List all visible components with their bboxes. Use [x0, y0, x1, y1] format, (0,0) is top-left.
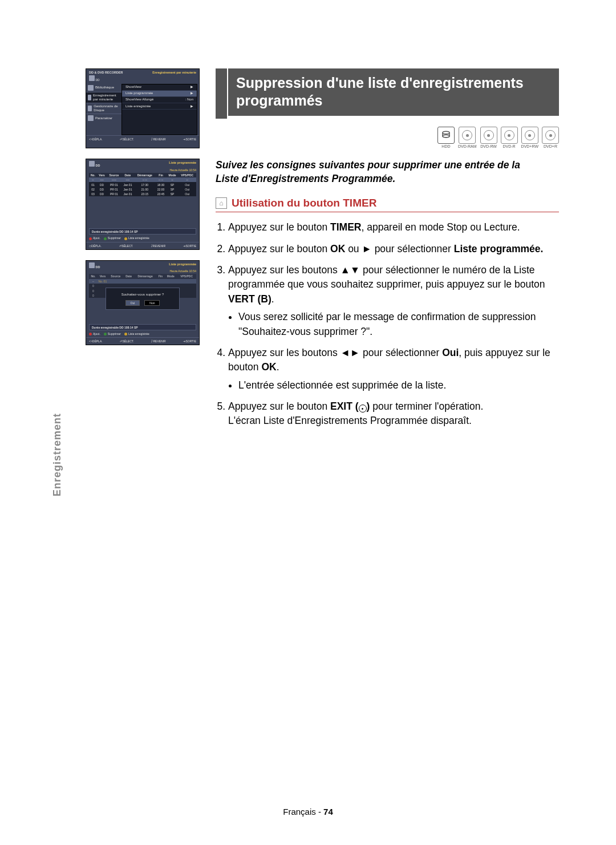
cell: 23:15 — [134, 192, 155, 196]
intro-line: Suivez les consignes suivantes pour supp… — [216, 159, 520, 171]
disc-label: DVD+RW — [521, 144, 538, 148]
cell: Oui — [178, 182, 196, 187]
footer-hint: ⇥SORTIE — [183, 138, 196, 141]
text: ou ► pour sélectionner — [345, 243, 453, 254]
footer-hint: ⏎SÉLECT. — [119, 244, 133, 248]
confirm-yes-button: Oui — [125, 300, 140, 306]
table-row: 02DDPR 01Jan 0121:0022:00SPOui — [89, 187, 196, 192]
footer-hint: ⤴REVENIR — [151, 339, 165, 343]
dvd-ram-icon: DVD-RAM — [458, 127, 477, 148]
confirm-dialog: Souhaitez-vous supprimer ? Oui Non — [106, 288, 180, 310]
settings-icon — [88, 115, 94, 121]
title-block: Suppression d'une liste d'enregistrement… — [216, 68, 559, 119]
action-label: Ajout. — [93, 332, 100, 335]
cell: Jan 01 — [121, 192, 135, 196]
osd-confirm-delete: DDListe programmée Heure Actuelle 10:54 … — [86, 260, 200, 346]
text: . — [271, 293, 274, 305]
step-3: Appuyez sur les boutons ▲▼ pour sélectio… — [228, 263, 559, 339]
confirm-question: Souhaitez-vous supprimer ? — [110, 293, 176, 297]
supported-media-row: HDD DVD-RAM DVD-RW DVD-R DVD+RW DVD+R — [216, 127, 559, 148]
cell: 02 — [89, 187, 97, 192]
disc-label: HDD — [441, 144, 450, 148]
col-start: Démarrage — [134, 274, 156, 278]
menu-item: Enregistrement par minuterie — [93, 94, 120, 102]
col-vers: Vers — [97, 173, 107, 177]
col-vps: VPS/PDC — [177, 274, 196, 278]
section-heading-text: Utilisation du bouton TIMER — [232, 197, 376, 209]
footer-hint: ⏎SÉLECT. — [120, 138, 133, 141]
submenu-label: Liste enregistrée — [125, 104, 151, 108]
col-mode: Mode — [167, 173, 178, 177]
cell: -- -- — [155, 177, 167, 182]
col-date: Date — [123, 274, 134, 278]
red-dot-icon — [89, 237, 92, 240]
action-label: Liste enregistrée — [128, 332, 149, 335]
osd-column: DD & DVD RECORDER Enregistrement par min… — [86, 68, 200, 435]
submenu-arrow: ▶ — [191, 85, 193, 89]
text: Appuyez sur le bouton — [228, 221, 330, 233]
osd3-title: Liste programmée — [169, 262, 196, 269]
action-label: Supprimer — [108, 236, 121, 240]
page-footer: Français - 74 — [0, 807, 616, 816]
osd1-title-right: Enregistrement par minuterie — [152, 71, 196, 75]
footer-hint: ◇DÉPLA. — [89, 244, 102, 248]
col-no: No. — [89, 173, 97, 177]
step-1: Appuyez sur le bouton TIMER, appareil en… — [228, 220, 559, 235]
footer-hint: ⤴REVENIR — [151, 138, 165, 141]
cell: PR 01 — [107, 192, 121, 196]
osd1-title-left: DD & DVD RECORDER — [89, 71, 123, 75]
osd3-dd: DD — [96, 265, 100, 269]
footer-hint: ⏎SÉLECT. — [120, 339, 133, 343]
cell: ----- — [107, 177, 121, 182]
instruction-list: Appuyez sur le bouton TIMER, appareil en… — [216, 220, 559, 428]
disc-icon — [89, 75, 95, 81]
menu-item: Gestionnaire de Disque — [94, 104, 120, 112]
dvd-plus-r-icon: DVD+R — [542, 127, 559, 148]
table-row: ----------------- ---- ------ — [89, 177, 196, 182]
intro-paragraph: Suivez les consignes suivantes pour supp… — [216, 159, 559, 185]
submenu-label: ShowView Allongé — [125, 98, 153, 102]
col-end: Fin — [155, 173, 167, 177]
cell: SP — [167, 192, 178, 196]
manual-page: Enregistrement DD & DVD RECORDER Enregis… — [0, 0, 616, 845]
col-date: Date — [121, 173, 135, 177]
osd1-left-menu: Bibliothèque Enregistrement par minuteri… — [86, 84, 121, 135]
cell: ---- — [121, 177, 135, 182]
cell: 01 — [89, 182, 97, 187]
text: Appuyez sur le bouton — [228, 401, 330, 412]
table-row: 03DDPR 01Jan 0123:1523:45SPOui — [89, 192, 196, 196]
submenu-arrow: ▶ — [191, 91, 193, 95]
osd3-duration: Durée enregistrable DD 108:14 SP — [89, 324, 196, 330]
osd3-actions: Ajout. Supprimer Liste enregistrée — [86, 331, 199, 337]
cell: 0 — [89, 284, 98, 288]
cell: SP — [167, 187, 178, 192]
footer-language: Français - — [283, 807, 323, 816]
cell: 0 — [89, 288, 98, 293]
bold-text: Liste programmée. — [454, 243, 544, 254]
remote-icon: ⌂ — [216, 197, 227, 209]
menu-item: Bibliothèque — [95, 86, 114, 90]
step-2: Appuyez sur le bouton OK ou ► pour sélec… — [228, 242, 559, 256]
cell: -- — [167, 177, 178, 182]
disc-icon — [89, 262, 95, 268]
text: Appuyez sur le bouton — [228, 243, 330, 254]
cell: DD — [97, 187, 107, 192]
confirm-no-button: Non — [144, 300, 160, 306]
cell: 23:45 — [155, 192, 167, 196]
osd-scheduled-list: DDListe programmée Heure Actuelle 10:54 … — [86, 159, 200, 250]
dvd-rw-icon: DVD-RW — [480, 127, 497, 148]
cell: 21:00 — [134, 187, 155, 192]
osd2-clock: Heure Actuelle 10:54 — [86, 168, 199, 173]
bold-text: Oui — [442, 347, 459, 358]
section-heading: ⌂ Utilisation du bouton TIMER — [216, 197, 559, 212]
step-4-bullet: L'entrée sélectionnée est supprimée de l… — [238, 378, 559, 393]
yellow-dot-icon — [124, 237, 127, 240]
col-source: Source — [107, 173, 121, 177]
exit-icon: • — [359, 405, 367, 413]
cell: DD — [97, 182, 107, 187]
disc-label: DVD-R — [503, 144, 516, 148]
osd2-duration: Durée enregistrable DD 108:14 SP — [89, 228, 196, 235]
osd2-footer: ◇DÉPLA. ⏎SÉLECT. ⤴REVENIR ⇥SORTIE — [86, 242, 199, 249]
highlighted-id: No. 01 — [98, 279, 196, 284]
disc-label: DVD-RAM — [458, 144, 477, 148]
